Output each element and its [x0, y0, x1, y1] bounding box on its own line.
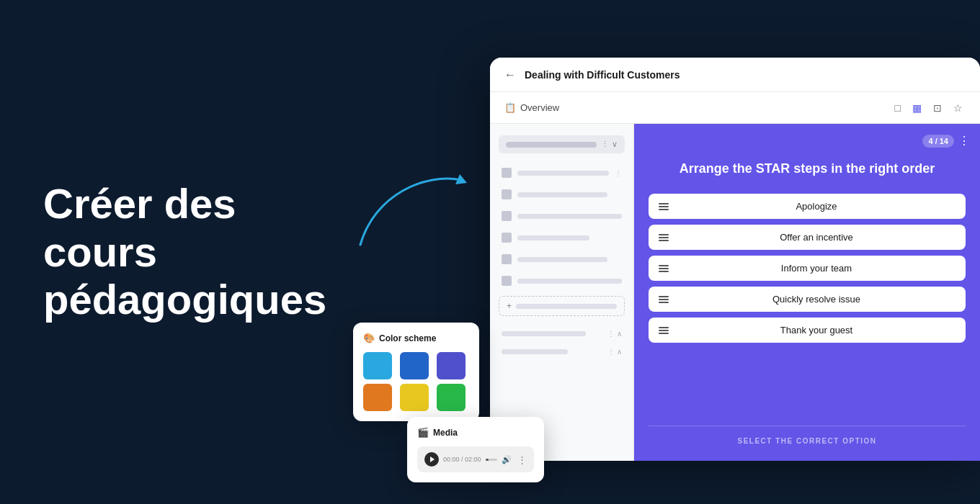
toolbar-icon-desktop[interactable]: ⊡: [930, 99, 945, 117]
decorative-arrow: [353, 158, 468, 252]
sidebar-bottom-icons-2: ⋮ ∧: [607, 348, 622, 356]
back-button[interactable]: ←: [504, 68, 516, 81]
dots-icon: ⋮: [601, 140, 609, 149]
drag-handle-4: [659, 296, 669, 303]
sidebar-icon-2: [502, 189, 512, 199]
color-swatch-5[interactable]: [400, 384, 429, 411]
sidebar-dropdown-bar: [506, 142, 597, 148]
media-icon: 🎬: [417, 427, 429, 438]
sidebar-dropdown[interactable]: ⋮ ∨: [499, 135, 625, 153]
hero-section: Créer des cours pédagogiques: [43, 180, 346, 324]
media-card-title: 🎬 Media: [417, 427, 534, 438]
chevron-up-icon-b1: ∧: [617, 330, 622, 338]
hero-title: Créer des cours pédagogiques: [43, 180, 346, 324]
sidebar-dropdown-icons: ⋮ ∨: [601, 140, 618, 149]
sidebar-item-3[interactable]: [499, 207, 625, 225]
quiz-item-1[interactable]: Apologize: [649, 194, 966, 219]
quiz-item-label-1: Apologize: [677, 201, 956, 212]
sidebar-icon-6: [502, 276, 512, 286]
media-progress-bar[interactable]: [486, 459, 497, 461]
media-player: 00:00 / 02:00 🔊 ⋮: [417, 446, 534, 472]
browser-window: ← Dealing with Difficult Customers 📋 Ove…: [490, 58, 980, 461]
sidebar-panel: ⋮ ∨ ⋮: [490, 124, 634, 461]
browser-window-title: Dealing with Difficult Customers: [525, 69, 680, 81]
color-swatch-6[interactable]: [437, 384, 466, 411]
quiz-item-4[interactable]: Quickly resolve issue: [649, 287, 966, 312]
sidebar-bottom-bar-2: [502, 349, 568, 354]
sidebar-item-5[interactable]: [499, 250, 625, 269]
sidebar-item-4[interactable]: [499, 228, 625, 247]
sidebar-bottom-bar-1: [502, 331, 586, 336]
quiz-item-label-4: Quickly resolve issue: [677, 294, 956, 305]
media-more-icon[interactable]: ⋮: [517, 454, 527, 465]
color-scheme-card: 🎨 Color scheme: [353, 323, 479, 421]
quiz-title: Arrange the STAR steps in the right orde…: [649, 160, 966, 178]
sidebar-bottom-rows: ⋮ ∧ ⋮ ∧: [499, 326, 625, 359]
color-scheme-icon: 🎨: [363, 333, 375, 343]
color-swatch-1[interactable]: [363, 352, 392, 379]
overview-icon: 📋: [504, 102, 516, 113]
dots-icon-b2: ⋮: [607, 348, 615, 356]
color-swatch-4[interactable]: [363, 384, 392, 411]
sidebar-bottom-row-1[interactable]: ⋮ ∧: [499, 326, 625, 341]
sidebar-line-3: [517, 214, 622, 219]
toolbar-icon-phone[interactable]: □: [892, 99, 904, 117]
quiz-counter: 4 / 14: [922, 135, 954, 148]
browser-toolbar: 📋 Overview □ ▦ ⊡ ☆: [490, 92, 980, 124]
quiz-item-label-5: Thank your guest: [677, 325, 956, 336]
quiz-more-icon[interactable]: ⋮: [958, 134, 970, 148]
sidebar-bottom-row-2[interactable]: ⋮ ∧: [499, 344, 625, 359]
sidebar-icon-4: [502, 233, 512, 243]
drag-handle-1: [659, 203, 669, 210]
media-card: 🎬 Media 00:00 / 02:00 🔊 ⋮: [407, 417, 544, 482]
media-progress-fill: [486, 459, 489, 461]
sidebar-icon-3: [502, 211, 512, 221]
play-button[interactable]: [424, 452, 439, 467]
dots-icon-b1: ⋮: [607, 330, 615, 338]
sidebar-item-2[interactable]: [499, 185, 625, 204]
media-time: 00:00 / 02:00: [443, 456, 481, 463]
quiz-item-label-3: Inform your team: [677, 263, 956, 274]
sidebar-line-2: [517, 192, 607, 197]
sidebar-icon-1: [502, 168, 512, 178]
sidebar-bottom-icons-1: ⋮ ∧: [607, 330, 622, 338]
browser-header: ← Dealing with Difficult Customers: [490, 58, 980, 92]
color-grid: [363, 352, 469, 411]
sidebar-line-5: [517, 257, 607, 262]
quiz-item-2[interactable]: Offer an incentive: [649, 225, 966, 250]
quiz-items: Apologize Offer an incentive Inform your…: [649, 194, 966, 415]
sidebar-line-1: [517, 171, 609, 176]
quiz-item-label-2: Offer an incentive: [677, 232, 956, 243]
sidebar-item-6[interactable]: [499, 271, 625, 290]
add-plus-icon: +: [507, 301, 512, 311]
color-swatch-3[interactable]: [437, 352, 466, 379]
drag-handle-3: [659, 265, 669, 272]
chevron-icon: ∨: [612, 140, 618, 149]
sidebar-line-6: [517, 279, 622, 284]
chevron-up-icon-b2: ∧: [617, 348, 622, 356]
quiz-badge: 4 / 14 ⋮: [922, 134, 970, 148]
sidebar-add-bar: [516, 304, 617, 309]
quiz-item-5[interactable]: Thank your guest: [649, 318, 966, 343]
drag-handle-2: [659, 234, 669, 241]
quiz-footer-text: SELECT THE CORRECT OPTION: [737, 437, 876, 445]
volume-icon[interactable]: 🔊: [502, 455, 512, 464]
quiz-item-3[interactable]: Inform your team: [649, 256, 966, 281]
sidebar-action-1[interactable]: ⋮: [615, 169, 622, 177]
sidebar-item-1[interactable]: ⋮: [499, 163, 625, 182]
overview-label[interactable]: 📋 Overview: [504, 102, 559, 113]
toolbar-icon-star[interactable]: ☆: [950, 99, 966, 117]
sidebar-line-4: [517, 235, 589, 240]
quiz-footer: SELECT THE CORRECT OPTION: [649, 426, 966, 446]
sidebar-icon-5: [502, 254, 512, 264]
color-swatch-2[interactable]: [400, 352, 429, 379]
toolbar-icon-tablet[interactable]: ▦: [909, 99, 925, 117]
sidebar-add-button[interactable]: +: [499, 296, 625, 316]
color-card-title: 🎨 Color scheme: [363, 333, 469, 343]
browser-content: ⋮ ∨ ⋮: [490, 124, 980, 461]
drag-handle-5: [659, 327, 669, 334]
svg-marker-0: [455, 174, 467, 184]
quiz-panel: 4 / 14 ⋮ Arrange the STAR steps in the r…: [634, 124, 980, 461]
